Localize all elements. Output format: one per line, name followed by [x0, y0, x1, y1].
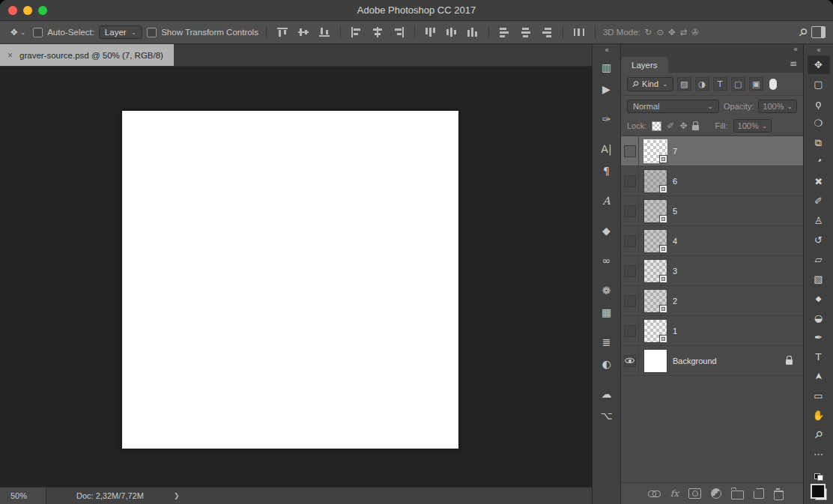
- panel-menu-icon[interactable]: ≡: [790, 58, 797, 69]
- path-selection-tool[interactable]: ➤: [808, 367, 830, 386]
- 3d-roll-icon[interactable]: ⊙: [656, 27, 664, 37]
- layer-row[interactable]: 5: [621, 196, 803, 226]
- layer-name[interactable]: 5: [673, 207, 677, 216]
- filter-kind-dropdown[interactable]: ⚲ Kind ⌄: [627, 77, 673, 91]
- align-vertical-centers-icon[interactable]: [295, 25, 312, 39]
- layer-name[interactable]: 7: [673, 147, 677, 156]
- 3d-orbit-icon[interactable]: ↻: [645, 27, 652, 37]
- document-canvas[interactable]: [122, 111, 458, 449]
- distribute-spacing-icon[interactable]: [571, 25, 587, 39]
- edit-toolbar-button[interactable]: ⋯: [808, 445, 830, 464]
- eraser-tool[interactable]: ▱: [808, 250, 830, 269]
- close-tab-icon[interactable]: ×: [7, 50, 13, 61]
- layer-thumbnail[interactable]: [644, 200, 667, 222]
- new-adjustment-layer-icon[interactable]: [711, 488, 721, 499]
- filter-toggle-switch[interactable]: [769, 79, 777, 90]
- align-bottom-edges-icon[interactable]: [316, 25, 333, 39]
- layer-row[interactable]: 6: [621, 166, 803, 196]
- link-layers-icon[interactable]: [648, 491, 661, 497]
- layer-row[interactable]: 3: [621, 256, 803, 286]
- layer-name[interactable]: 6: [673, 177, 677, 186]
- layer-thumbnail[interactable]: [644, 350, 667, 372]
- lasso-tool[interactable]: ϙ: [808, 94, 830, 113]
- canvas-area[interactable]: [0, 67, 592, 487]
- default-colors-icon[interactable]: [814, 473, 823, 481]
- layer-row[interactable]: Background: [621, 346, 803, 376]
- quick-selection-tool[interactable]: ❍: [808, 114, 830, 133]
- lock-transparency-icon[interactable]: [652, 121, 661, 131]
- distribute-right-edges-icon[interactable]: [539, 25, 555, 39]
- 3d-slide-icon[interactable]: ⇄: [680, 27, 688, 37]
- move-tool[interactable]: ✥: [808, 55, 830, 74]
- libraries-panel-icon[interactable]: ☁: [597, 385, 617, 403]
- histogram-panel-icon[interactable]: ▥: [597, 58, 617, 76]
- align-horizontal-centers-icon[interactable]: [369, 25, 386, 39]
- tool-presets-panel-icon[interactable]: ✑: [597, 110, 617, 128]
- layer-name[interactable]: 4: [673, 237, 677, 246]
- dodge-tool[interactable]: ◒: [808, 309, 830, 327]
- visibility-toggle[interactable]: [621, 136, 639, 166]
- brush-tool[interactable]: ✐: [808, 192, 830, 210]
- visibility-toggle[interactable]: [621, 316, 639, 345]
- align-left-edges-icon[interactable]: [348, 25, 365, 39]
- layer-thumbnail[interactable]: [644, 140, 667, 163]
- distribute-bottom-edges-icon[interactable]: [464, 25, 481, 39]
- visibility-toggle[interactable]: [621, 226, 639, 255]
- gradient-tool[interactable]: ▧: [808, 270, 830, 288]
- status-chevron-icon[interactable]: ❯: [174, 492, 180, 500]
- auto-select-dropdown[interactable]: Layer ⌄: [99, 25, 142, 39]
- spot-healing-brush-tool[interactable]: ✚: [808, 172, 830, 191]
- new-layer-icon[interactable]: [754, 488, 764, 499]
- swatches-panel-icon[interactable]: ▦: [597, 303, 617, 321]
- paragraph-panel-icon[interactable]: ¶: [597, 162, 617, 180]
- smart-object-filter-icon[interactable]: ▣: [749, 77, 763, 91]
- styles-panel-icon[interactable]: ◆: [597, 222, 617, 240]
- fill-dropdown[interactable]: 100% ⌄: [733, 119, 772, 133]
- minimize-window-button[interactable]: [23, 6, 32, 15]
- crop-tool[interactable]: ⧉: [808, 133, 830, 152]
- blend-mode-dropdown[interactable]: Normal ⌄: [627, 100, 719, 113]
- search-icon[interactable]: ⚲: [796, 25, 811, 40]
- close-window-button[interactable]: [8, 6, 17, 15]
- layer-thumbnail[interactable]: [644, 320, 667, 342]
- lock-paint-icon[interactable]: ✐: [667, 121, 674, 131]
- pen-tool[interactable]: ✒: [808, 328, 830, 347]
- actions-panel-icon[interactable]: ▶: [597, 80, 617, 98]
- visibility-toggle[interactable]: [621, 286, 639, 315]
- layer-name[interactable]: 3: [673, 267, 677, 276]
- delete-layer-icon[interactable]: [774, 491, 784, 500]
- visibility-toggle[interactable]: [621, 346, 639, 375]
- layer-name[interactable]: 1: [673, 327, 677, 336]
- blur-tool[interactable]: ◆: [808, 289, 830, 308]
- layer-thumbnail[interactable]: [644, 260, 667, 282]
- rectangle-tool[interactable]: ▭: [808, 386, 830, 405]
- add-layer-mask-icon[interactable]: [688, 488, 701, 499]
- layer-row[interactable]: 1: [621, 316, 803, 346]
- layer-thumbnail[interactable]: [644, 230, 667, 252]
- expand-toolbar-icon[interactable]: «: [817, 46, 820, 54]
- layer-name[interactable]: 2: [673, 297, 677, 306]
- visibility-toggle[interactable]: [621, 166, 639, 195]
- brush-settings-panel-icon[interactable]: ❁: [597, 282, 617, 300]
- adjustment-layer-filter-icon[interactable]: ◑: [695, 77, 709, 91]
- type-layer-filter-icon[interactable]: T: [713, 77, 727, 91]
- lock-all-icon[interactable]: [692, 125, 699, 130]
- 3d-drag-icon[interactable]: ✥: [668, 27, 676, 37]
- auto-select-checkbox[interactable]: [33, 28, 43, 37]
- zoom-level[interactable]: 50%: [0, 488, 46, 504]
- tab-layers[interactable]: Layers: [621, 57, 668, 73]
- workspace-switcher-icon[interactable]: [811, 26, 826, 38]
- layer-thumbnail[interactable]: [644, 290, 667, 312]
- adjustments-panel-icon[interactable]: ◐: [597, 355, 617, 373]
- layer-name[interactable]: Background: [673, 356, 717, 365]
- align-right-edges-icon[interactable]: [390, 25, 407, 39]
- timeline-panel-icon[interactable]: ⌥: [597, 407, 617, 425]
- distribute-left-edges-icon[interactable]: [497, 25, 513, 39]
- 3d-camera-icon[interactable]: ✇: [691, 27, 699, 37]
- character-panel-icon[interactable]: A|: [597, 140, 617, 158]
- visibility-toggle[interactable]: [621, 256, 639, 285]
- current-tool-chip[interactable]: ✥ ⌄: [7, 25, 28, 39]
- fullscreen-window-button[interactable]: [38, 6, 47, 15]
- document-tab[interactable]: × graver-source.psd @ 50% (7, RGB/8): [0, 44, 174, 66]
- pixel-layer-filter-icon[interactable]: ▨: [677, 77, 691, 91]
